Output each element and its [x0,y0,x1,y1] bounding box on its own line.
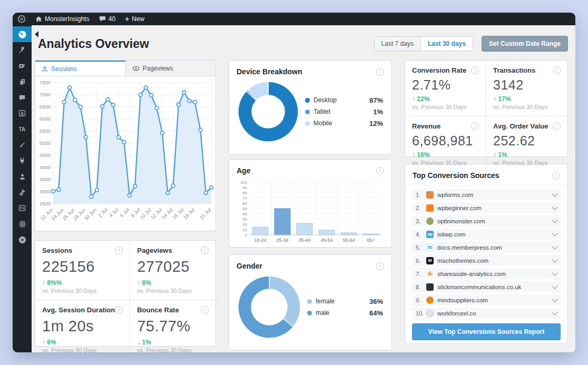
svg-text:5000: 5000 [40,140,51,146]
sidebar-item-plugins[interactable] [13,153,32,169]
info-icon[interactable]: i [115,306,123,314]
svg-text:50: 50 [242,206,247,211]
metric-value: 75.77% [137,318,209,335]
source-row-workforcexl-co[interactable]: 10.workforcexl.co [412,308,561,319]
delta-value: 16% [417,151,429,159]
compare-label: vs. Previous 30 Days [412,160,479,166]
source-domain: stickmancommunications.co.uk [437,284,521,290]
source-row-isitwp-com[interactable]: 4.wpisitwp.com [412,229,561,240]
delta-up-arrow-icon: ↑ [42,279,47,287]
source-row-docs-memberpress-com[interactable]: 5.mdocs.memberpress.com [412,242,561,253]
info-icon[interactable]: i [201,306,209,314]
last-30-days-button[interactable]: Last 30 days [421,37,473,51]
comments-menu[interactable]: 40 [94,13,120,25]
sidebar-item-dashboard[interactable] [13,26,32,42]
delta-up-arrow-icon: ↑ [412,151,417,159]
svg-text:12 Jul: 12 Jul [150,207,163,221]
new-content-menu[interactable]: + New [120,13,149,25]
sidebar-item-media[interactable] [13,58,32,74]
tablet-color-dot [305,110,310,114]
chevron-down-icon[interactable] [552,204,557,210]
info-icon[interactable]: i [115,246,123,254]
sidebar-item-pages[interactable] [13,74,32,90]
sidebar-item-users[interactable] [13,169,32,184]
info-icon[interactable]: i [471,122,479,130]
delta-value: 1% [498,151,507,159]
metric-title: Revenue [412,122,440,130]
tablet-label: Tablet [313,108,330,115]
comment-count: 40 [109,15,115,23]
sidebar-item-tools[interactable] [13,184,32,200]
source-rank: 7. [416,271,426,277]
chevron-down-icon[interactable] [552,296,557,302]
chevron-down-icon[interactable] [552,309,557,315]
source-row-machothemes-com[interactable]: 6.Mmachothemes.com [412,255,561,266]
source-row-shareasale-analytics-com[interactable]: 7.★shareasale-analytics.com [412,268,561,279]
sidebar-item-ta[interactable]: TA [13,121,32,137]
chevron-down-icon[interactable] [552,191,557,196]
sidebar-item-appearance[interactable] [13,137,32,153]
chevron-down-icon[interactable] [552,270,557,275]
site-menu[interactable]: MonsterInsights [31,13,94,25]
svg-text:10: 10 [242,228,247,232]
svg-text:6000: 6000 [40,116,51,122]
chevron-down-icon[interactable] [552,257,557,262]
source-rank: 9. [416,297,426,303]
svg-text:5500: 5500 [40,128,51,134]
svg-text:40: 40 [242,212,247,216]
view-top-conversions-report-button[interactable]: View Top Conversions Sources Report [412,323,561,340]
source-rank: 10. [416,310,426,317]
source-row-wpbeginner-com[interactable]: 2.wpbeginner.com [412,202,561,213]
last-7-days-button[interactable]: Last 7 days [375,37,421,51]
sidebar-item-posts[interactable] [13,42,32,58]
info-icon[interactable]: i [552,172,560,180]
person-icon [42,66,48,72]
device-legend-item: Mobile12% [305,120,383,127]
info-icon[interactable]: i [471,66,479,74]
plus-icon: + [125,15,129,23]
info-icon[interactable]: i [201,246,209,254]
svg-text:60: 60 [242,201,247,206]
source-row-mindsuppliers-com[interactable]: 9.mindsuppliers.com [412,294,561,305]
sidebar-item-atom[interactable] [13,216,32,232]
svg-text:2500: 2500 [40,201,51,206]
info-icon[interactable]: i [376,68,384,76]
chevron-down-icon[interactable] [552,243,557,249]
compare-label: vs. Previous 30 Days [42,288,123,294]
source-rank: 4. [416,231,426,238]
svg-text:6 Jul: 6 Jul [119,207,130,219]
tab-sessions[interactable]: Sessions [35,61,125,76]
sidebar-item-downloads[interactable] [13,105,32,121]
info-icon[interactable]: i [553,122,561,130]
info-icon[interactable]: i [376,262,384,270]
chevron-down-icon[interactable] [552,217,557,223]
source-row-wpforms-com[interactable]: 1.wpforms.com [412,189,561,200]
sidebar-item-video[interactable] [13,232,32,248]
wordpress-logo-icon[interactable]: W [13,13,31,25]
svg-text:18-24: 18-24 [254,238,266,243]
metric-delta: ↑ 22% [412,95,479,103]
date-range-toggle: Last 7 days Last 30 days [374,36,473,51]
wpforms-com-favicon [426,191,434,199]
dashboard-gauge-icon [17,29,27,40]
source-row-stickmancommunications-co-uk[interactable]: 8.stickmancommunications.co.uk [412,281,561,292]
tab-pageviews[interactable]: Pageviews [125,61,216,76]
metric-delta: ↑ 8%% [42,279,123,287]
desktop-label: Desktop [313,96,337,104]
info-icon[interactable]: i [376,167,384,175]
svg-text:25-34: 25-34 [276,238,288,243]
chevron-down-icon[interactable] [552,283,557,289]
sidebar-item-forms[interactable] [13,200,32,216]
set-custom-date-range-button[interactable]: Set Custom Date Range [482,36,568,52]
info-icon[interactable]: i [553,66,561,74]
gender-legend-item: female36% [307,298,383,305]
metric-value: 1m 20s [42,318,123,335]
metric-value: 225156 [42,258,123,275]
svg-text:35-44: 35-44 [298,238,310,243]
delta-up-arrow-icon: ↑ [493,95,498,103]
age-bar-chart: 010203040506070809010018-2425-3435-4445-… [236,179,385,244]
source-rank: 3. [416,218,426,224]
chevron-down-icon[interactable] [552,230,557,236]
sidebar-item-comments[interactable] [13,90,32,105]
source-row-optinmonster-com[interactable]: 3.optinmonster.com [412,215,561,226]
